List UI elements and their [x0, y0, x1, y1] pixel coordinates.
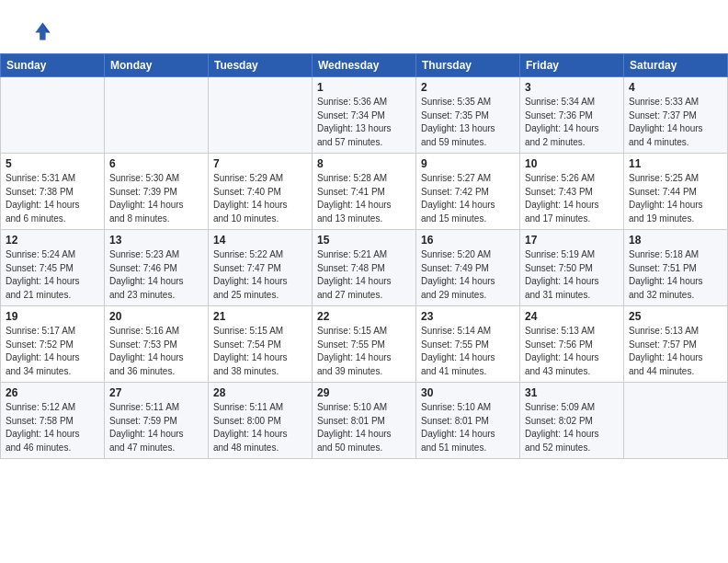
- day-number: 23: [421, 310, 515, 323]
- day-info: Sunrise: 5:33 AMSunset: 7:37 PMDaylight:…: [629, 96, 722, 149]
- day-info: Sunrise: 5:29 AMSunset: 7:40 PMDaylight:…: [213, 172, 307, 225]
- day-number: 10: [525, 157, 619, 170]
- day-number: 29: [317, 386, 411, 399]
- logo: [22, 17, 55, 46]
- calendar-header: SundayMondayTuesdayWednesdayThursdayFrid…: [1, 54, 728, 77]
- calendar-table: SundayMondayTuesdayWednesdayThursdayFrid…: [0, 53, 728, 459]
- calendar-cell: 16Sunrise: 5:20 AMSunset: 7:49 PMDayligh…: [416, 230, 520, 306]
- day-info: Sunrise: 5:35 AMSunset: 7:35 PMDaylight:…: [421, 96, 515, 149]
- day-number: 21: [213, 310, 307, 323]
- day-info: Sunrise: 5:28 AMSunset: 7:41 PMDaylight:…: [317, 172, 411, 225]
- weekday-row: SundayMondayTuesdayWednesdayThursdayFrid…: [1, 54, 728, 77]
- day-number: 2: [421, 81, 515, 94]
- calendar-cell: 21Sunrise: 5:15 AMSunset: 7:54 PMDayligh…: [209, 306, 313, 383]
- calendar-cell: 18Sunrise: 5:18 AMSunset: 7:51 PMDayligh…: [624, 230, 728, 306]
- day-number: 14: [213, 234, 307, 247]
- day-info: Sunrise: 5:27 AMSunset: 7:42 PMDaylight:…: [421, 172, 515, 225]
- page: SundayMondayTuesdayWednesdayThursdayFrid…: [0, 0, 728, 459]
- weekday-header-monday: Monday: [105, 54, 209, 77]
- day-number: 30: [421, 386, 515, 399]
- day-number: 17: [525, 234, 619, 247]
- calendar-cell: 10Sunrise: 5:26 AMSunset: 7:43 PMDayligh…: [520, 154, 624, 230]
- day-number: 4: [629, 81, 722, 94]
- logo-icon: [22, 17, 51, 46]
- day-number: 1: [317, 81, 411, 94]
- calendar-cell: 27Sunrise: 5:11 AMSunset: 7:59 PMDayligh…: [105, 383, 209, 459]
- calendar-cell: 7Sunrise: 5:29 AMSunset: 7:40 PMDaylight…: [209, 154, 313, 230]
- day-info: Sunrise: 5:26 AMSunset: 7:43 PMDaylight:…: [525, 172, 619, 225]
- calendar-cell: [1, 77, 105, 154]
- calendar-cell: 14Sunrise: 5:22 AMSunset: 7:47 PMDayligh…: [209, 230, 313, 306]
- day-info: Sunrise: 5:20 AMSunset: 7:49 PMDaylight:…: [421, 248, 515, 302]
- header: [0, 0, 728, 53]
- day-info: Sunrise: 5:24 AMSunset: 7:45 PMDaylight:…: [6, 248, 99, 302]
- day-number: 5: [6, 157, 99, 170]
- weekday-header-sunday: Sunday: [1, 54, 105, 77]
- calendar-cell: 2Sunrise: 5:35 AMSunset: 7:35 PMDaylight…: [416, 77, 520, 154]
- calendar-cell: 29Sunrise: 5:10 AMSunset: 8:01 PMDayligh…: [313, 383, 416, 459]
- day-number: 9: [421, 157, 515, 170]
- weekday-header-saturday: Saturday: [624, 54, 728, 77]
- calendar-cell: [105, 77, 209, 154]
- weekday-header-friday: Friday: [520, 54, 624, 77]
- day-info: Sunrise: 5:30 AMSunset: 7:39 PMDaylight:…: [109, 172, 203, 225]
- day-number: 20: [109, 310, 203, 323]
- day-info: Sunrise: 5:18 AMSunset: 7:51 PMDaylight:…: [629, 248, 722, 302]
- calendar-cell: 31Sunrise: 5:09 AMSunset: 8:02 PMDayligh…: [520, 383, 624, 459]
- day-info: Sunrise: 5:34 AMSunset: 7:36 PMDaylight:…: [525, 96, 619, 149]
- day-info: Sunrise: 5:31 AMSunset: 7:38 PMDaylight:…: [6, 172, 99, 225]
- calendar-cell: 19Sunrise: 5:17 AMSunset: 7:52 PMDayligh…: [1, 306, 105, 383]
- calendar-week-row: 26Sunrise: 5:12 AMSunset: 7:58 PMDayligh…: [1, 383, 728, 459]
- calendar-cell: 30Sunrise: 5:10 AMSunset: 8:01 PMDayligh…: [416, 383, 520, 459]
- day-info: Sunrise: 5:25 AMSunset: 7:44 PMDaylight:…: [629, 172, 722, 225]
- calendar-cell: 13Sunrise: 5:23 AMSunset: 7:46 PMDayligh…: [105, 230, 209, 306]
- day-info: Sunrise: 5:13 AMSunset: 7:56 PMDaylight:…: [525, 325, 619, 378]
- calendar-cell: 15Sunrise: 5:21 AMSunset: 7:48 PMDayligh…: [313, 230, 416, 306]
- day-number: 27: [109, 386, 203, 399]
- day-info: Sunrise: 5:09 AMSunset: 8:02 PMDaylight:…: [525, 401, 619, 454]
- calendar-cell: 4Sunrise: 5:33 AMSunset: 7:37 PMDaylight…: [624, 77, 728, 154]
- calendar-cell: 20Sunrise: 5:16 AMSunset: 7:53 PMDayligh…: [105, 306, 209, 383]
- day-info: Sunrise: 5:13 AMSunset: 7:57 PMDaylight:…: [629, 325, 722, 378]
- calendar-cell: 28Sunrise: 5:11 AMSunset: 8:00 PMDayligh…: [209, 383, 313, 459]
- day-info: Sunrise: 5:11 AMSunset: 7:59 PMDaylight:…: [109, 401, 203, 454]
- calendar-cell: 1Sunrise: 5:36 AMSunset: 7:34 PMDaylight…: [313, 77, 416, 154]
- day-number: 8: [317, 157, 411, 170]
- day-number: 28: [213, 386, 307, 399]
- day-number: 18: [629, 234, 722, 247]
- calendar-cell: 17Sunrise: 5:19 AMSunset: 7:50 PMDayligh…: [520, 230, 624, 306]
- day-number: 6: [109, 157, 203, 170]
- day-number: 24: [525, 310, 619, 323]
- day-info: Sunrise: 5:21 AMSunset: 7:48 PMDaylight:…: [317, 248, 411, 302]
- day-number: 31: [525, 386, 619, 399]
- weekday-header-wednesday: Wednesday: [313, 54, 416, 77]
- calendar-cell: [209, 77, 313, 154]
- calendar-cell: 3Sunrise: 5:34 AMSunset: 7:36 PMDaylight…: [520, 77, 624, 154]
- calendar-cell: 23Sunrise: 5:14 AMSunset: 7:55 PMDayligh…: [416, 306, 520, 383]
- day-info: Sunrise: 5:11 AMSunset: 8:00 PMDaylight:…: [213, 401, 307, 454]
- day-info: Sunrise: 5:15 AMSunset: 7:54 PMDaylight:…: [213, 325, 307, 378]
- day-info: Sunrise: 5:17 AMSunset: 7:52 PMDaylight:…: [6, 325, 99, 378]
- calendar-week-row: 1Sunrise: 5:36 AMSunset: 7:34 PMDaylight…: [1, 77, 728, 154]
- calendar-cell: 8Sunrise: 5:28 AMSunset: 7:41 PMDaylight…: [313, 154, 416, 230]
- day-info: Sunrise: 5:19 AMSunset: 7:50 PMDaylight:…: [525, 248, 619, 302]
- day-number: 22: [317, 310, 411, 323]
- day-info: Sunrise: 5:36 AMSunset: 7:34 PMDaylight:…: [317, 96, 411, 149]
- calendar-cell: 22Sunrise: 5:15 AMSunset: 7:55 PMDayligh…: [313, 306, 416, 383]
- day-info: Sunrise: 5:23 AMSunset: 7:46 PMDaylight:…: [109, 248, 203, 302]
- weekday-header-tuesday: Tuesday: [209, 54, 313, 77]
- day-number: 26: [6, 386, 99, 399]
- day-number: 11: [629, 157, 722, 170]
- day-number: 7: [213, 157, 307, 170]
- day-info: Sunrise: 5:16 AMSunset: 7:53 PMDaylight:…: [109, 325, 203, 378]
- day-number: 3: [525, 81, 619, 94]
- calendar-cell: [624, 383, 728, 459]
- calendar-cell: 12Sunrise: 5:24 AMSunset: 7:45 PMDayligh…: [1, 230, 105, 306]
- calendar-cell: 6Sunrise: 5:30 AMSunset: 7:39 PMDaylight…: [105, 154, 209, 230]
- day-number: 16: [421, 234, 515, 247]
- weekday-header-thursday: Thursday: [416, 54, 520, 77]
- day-number: 25: [629, 310, 722, 323]
- day-number: 12: [6, 234, 99, 247]
- calendar-body: 1Sunrise: 5:36 AMSunset: 7:34 PMDaylight…: [1, 77, 728, 459]
- day-info: Sunrise: 5:10 AMSunset: 8:01 PMDaylight:…: [421, 401, 515, 454]
